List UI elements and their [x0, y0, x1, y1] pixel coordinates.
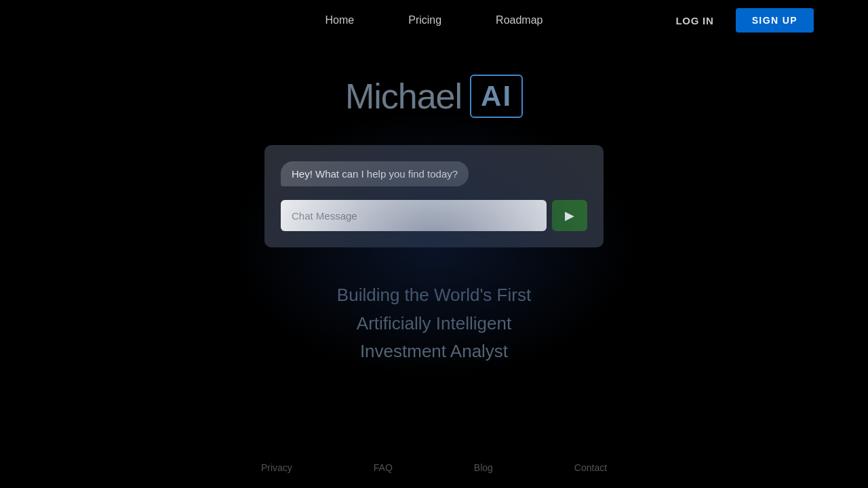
tagline-line2: Artificially Intelligent	[337, 310, 531, 338]
logo-ai-text: AI	[481, 80, 512, 112]
chat-message-input[interactable]	[281, 200, 547, 231]
logo-michael-text: Michael	[345, 76, 462, 117]
send-arrow-icon: ▶	[565, 208, 574, 223]
logo-area: Michael AI	[345, 75, 523, 118]
nav-roadmap[interactable]: Roadmap	[496, 14, 542, 26]
tagline-line3: Investment Analyst	[337, 338, 531, 366]
footer: Privacy FAQ Blog Contact	[0, 447, 868, 488]
nav-home[interactable]: Home	[326, 14, 355, 26]
chat-greeting-bubble: Hey! What can I help you find today?	[281, 161, 469, 186]
footer-blog[interactable]: Blog	[474, 462, 493, 473]
footer-privacy[interactable]: Privacy	[261, 462, 292, 473]
login-button[interactable]: LOG IN	[665, 9, 724, 32]
hero-section: Michael AI Hey! What can I help you find…	[0, 41, 868, 366]
chat-input-row: ▶	[281, 200, 587, 231]
chat-widget: Hey! What can I help you find today? ▶	[264, 145, 604, 247]
signup-button[interactable]: SIGN UP	[736, 8, 814, 33]
chat-send-button[interactable]: ▶	[552, 200, 587, 231]
navbar: Home Pricing Roadmap LOG IN SIGN UP	[0, 0, 868, 41]
footer-contact[interactable]: Contact	[574, 462, 607, 473]
footer-faq[interactable]: FAQ	[374, 462, 393, 473]
tagline-line1: Building the World's First	[337, 281, 531, 310]
nav-links: Home Pricing Roadmap	[326, 14, 543, 26]
logo-ai-box: AI	[470, 75, 523, 118]
nav-pricing[interactable]: Pricing	[408, 14, 441, 26]
nav-auth: LOG IN SIGN UP	[665, 8, 814, 33]
tagline-section: Building the World's First Artificially …	[337, 281, 531, 366]
